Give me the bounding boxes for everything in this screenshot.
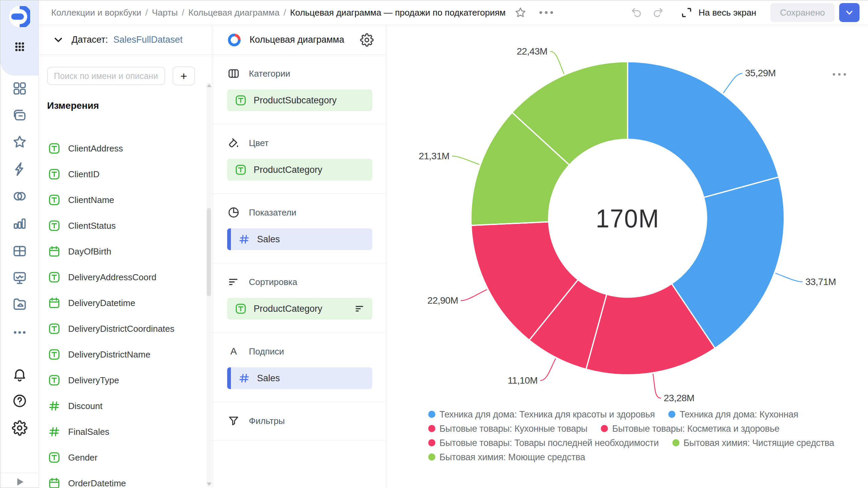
sidebar-table-icon[interactable]	[12, 243, 27, 259]
dataset-field[interactable]: ClientName	[39, 187, 205, 213]
field-name: ClientName	[68, 195, 114, 205]
fullscreen-icon	[680, 6, 693, 19]
dataset-field[interactable]: ClientStatus	[39, 213, 205, 239]
dataset-field[interactable]: OrderDatetime	[39, 470, 205, 488]
scroll-down-icon[interactable]	[207, 483, 212, 486]
saved-button[interactable]: Сохранено	[770, 3, 834, 22]
field-pill-Sales[interactable]: Sales	[227, 367, 372, 389]
sidebar-lightning-icon[interactable]	[12, 161, 27, 177]
scroll-up-icon[interactable]	[207, 84, 212, 87]
dataset-field[interactable]: Discount	[39, 393, 205, 419]
legend-item[interactable]: Бытовые товары: Косметика и здоровье	[601, 424, 779, 434]
dataset-scrollbar[interactable]	[206, 83, 211, 487]
dataset-field[interactable]: DeliveryAddressCoord	[39, 264, 205, 290]
field-type-string-icon	[48, 168, 61, 181]
legend-label: Техника для дома: Кухонная	[679, 409, 798, 420]
label-connector	[550, 52, 564, 74]
chart-menu-icon[interactable]	[833, 73, 846, 76]
dataset-field[interactable]: DeliveryDistrictCoordinates	[39, 316, 205, 342]
funnel-icon	[227, 414, 240, 427]
field-pill-ProductCategory[interactable]: ProductCategory	[227, 159, 372, 181]
field-pill-ProductSubcategory[interactable]: ProductSubcategory	[227, 89, 372, 111]
sidebar-monitor-pulse-icon[interactable]	[12, 270, 27, 285]
pill-field-name: Sales	[257, 373, 366, 384]
chart-legend: Техника для дома: Техника для красоты и …	[428, 409, 855, 463]
chart-type-header: Кольцевая диаграмма	[212, 25, 386, 55]
slice-value-label: 22,43M	[517, 46, 547, 57]
dataset-chevron-down-icon[interactable]	[53, 34, 64, 46]
sidebar-help-icon[interactable]	[12, 393, 27, 409]
sidebar-squares-icon[interactable]	[12, 81, 27, 96]
dataset-field[interactable]: DayOfBirth	[39, 239, 205, 264]
legend-item[interactable]: Бытовая химия: Чистящие средства	[672, 438, 834, 448]
legend-item[interactable]: Бытовые товары: Товары последней необход…	[428, 438, 659, 448]
legend-row: Бытовая химия: Моющие средства	[428, 452, 855, 463]
breadcrumb-item[interactable]: Чарты	[152, 7, 178, 18]
scrollbar-thumb[interactable]	[207, 208, 211, 296]
legend-label: Бытовые товары: Товары последней необход…	[439, 438, 659, 448]
breadcrumb-item[interactable]: Кольцевая диаграмма	[188, 7, 279, 18]
chart-settings-gear-icon[interactable]	[360, 33, 374, 47]
dataset-field[interactable]: DeliveryType	[39, 367, 205, 393]
sidebar-collections-icon[interactable]	[12, 108, 27, 123]
sidebar-bell-icon[interactable]	[12, 367, 27, 382]
legend-label: Бытовые товары: Косметика и здоровье	[612, 424, 779, 434]
legend-label: Техника для дома: Техника для красоты и …	[439, 409, 655, 420]
redo-icon[interactable]	[652, 6, 665, 19]
sidebar-star-icon[interactable]	[12, 134, 27, 150]
undo-icon[interactable]	[630, 6, 643, 19]
legend-item[interactable]: Техника для дома: Кухонная	[668, 409, 798, 420]
sidebar-more-dots-icon[interactable]	[12, 325, 27, 340]
label-connector	[723, 73, 742, 93]
section-header: Показатели	[227, 206, 372, 219]
dimensions-section-title: Измерения	[39, 85, 212, 111]
fullscreen-label: На весь экран	[698, 7, 756, 18]
config-sections: КатегорииProductSubcategoryЦветProductCa…	[212, 55, 386, 441]
chevron-down-icon	[844, 7, 854, 18]
label-connector	[452, 156, 479, 165]
slice-value-label: 22,90M	[428, 295, 458, 306]
dataset-field[interactable]: DeliveryDistrictName	[39, 342, 205, 367]
sidebar-folder-cloud-icon[interactable]	[12, 296, 27, 312]
legend-item[interactable]: Бытовая химия: Моющие средства	[428, 452, 585, 463]
field-type-string-icon	[48, 374, 61, 387]
sidebar-bar-chart-icon[interactable]	[12, 216, 27, 231]
chart-preview-panel: 35,29M33,71M23,28M11,10M22,90M21,31M22,4…	[386, 25, 868, 488]
legend-item[interactable]: Техника для дома: Техника для красоты и …	[428, 409, 655, 420]
sidebar-rings-icon[interactable]	[12, 188, 27, 204]
field-pill-Sales[interactable]: Sales	[227, 228, 372, 250]
legend-dot	[428, 425, 435, 432]
donut-slice[interactable]	[628, 62, 779, 198]
field-name: FinalSales	[68, 427, 109, 437]
dataset-field[interactable]: Gender	[39, 445, 205, 470]
breadcrumb-item[interactable]: Коллекции и воркбуки	[51, 7, 141, 18]
section-header: AПодписи	[227, 345, 372, 358]
field-name: DeliveryDistrictCoordinates	[68, 324, 175, 334]
fullscreen-button[interactable]: На весь экран	[680, 6, 756, 19]
donut-chart-type-icon[interactable]	[227, 33, 241, 47]
legend-row: Техника для дома: Техника для красоты и …	[428, 409, 855, 420]
search-input[interactable]	[47, 67, 165, 85]
legend-item[interactable]: Бытовые товары: Кухонные товары	[428, 424, 587, 434]
dataset-field[interactable]: FinalSales	[39, 419, 205, 445]
dataset-field[interactable]: ClientID	[39, 161, 205, 187]
field-pill-ProductCategory[interactable]: ProductCategory	[227, 298, 372, 320]
more-actions-icon[interactable]	[539, 6, 553, 19]
sidebar-gear-icon[interactable]	[12, 420, 27, 436]
field-name: ClientStatus	[68, 221, 116, 231]
expand-sidebar-icon[interactable]	[14, 476, 25, 485]
dataset-field[interactable]: ClientAddress	[39, 136, 205, 161]
apps-grid-icon[interactable]	[12, 39, 27, 55]
dataset-field[interactable]: DeliveryDatetime	[39, 290, 205, 316]
datalens-logo[interactable]	[9, 6, 30, 27]
field-name: DeliveryAddressCoord	[68, 272, 156, 283]
dataset-name-link[interactable]: SalesFullDataset	[113, 35, 182, 45]
field-name: Gender	[68, 452, 98, 463]
favorite-star-icon[interactable]	[514, 6, 527, 19]
sort-direction-icon[interactable]	[354, 303, 366, 314]
add-field-button[interactable]: +	[173, 66, 195, 85]
save-dropdown-button[interactable]	[839, 3, 860, 22]
config-section-Категории: КатегорииProductSubcategory	[212, 55, 386, 124]
topbar: Коллекции и воркбуки/Чарты/Кольцевая диа…	[39, 0, 868, 25]
dataset-header: Датасет: SalesFullDataset	[39, 25, 212, 55]
